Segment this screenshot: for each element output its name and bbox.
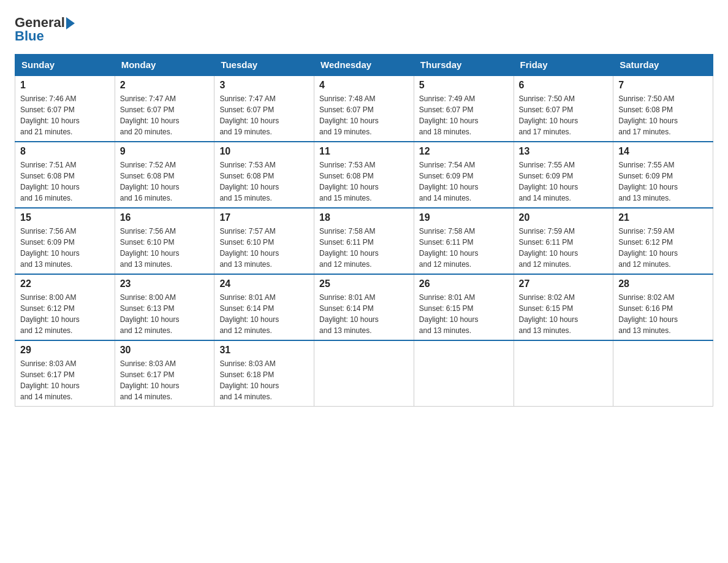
day-info: Sunrise: 8:01 AM Sunset: 6:14 PM Dayligh… (219, 292, 309, 336)
calendar-cell (514, 340, 613, 407)
calendar-cell: 14 Sunrise: 7:55 AM Sunset: 6:09 PM Dayl… (613, 142, 713, 208)
column-header-monday: Monday (115, 55, 214, 76)
week-row-5: 29 Sunrise: 8:03 AM Sunset: 6:17 PM Dayl… (15, 340, 713, 407)
day-info: Sunrise: 8:01 AM Sunset: 6:14 PM Dayligh… (319, 292, 409, 336)
day-info: Sunrise: 7:50 AM Sunset: 6:07 PM Dayligh… (519, 93, 609, 137)
calendar-table: SundayMondayTuesdayWednesdayThursdayFrid… (15, 54, 713, 407)
day-number: 28 (618, 278, 708, 289)
day-number: 25 (319, 278, 409, 289)
day-info: Sunrise: 7:59 AM Sunset: 6:12 PM Dayligh… (618, 226, 708, 270)
day-number: 29 (20, 345, 110, 356)
day-info: Sunrise: 8:03 AM Sunset: 6:17 PM Dayligh… (20, 358, 110, 402)
day-info: Sunrise: 7:55 AM Sunset: 6:09 PM Dayligh… (618, 159, 708, 204)
calendar-cell: 22 Sunrise: 8:00 AM Sunset: 6:12 PM Dayl… (15, 274, 115, 340)
calendar-cell: 29 Sunrise: 8:03 AM Sunset: 6:17 PM Dayl… (15, 340, 115, 407)
day-info: Sunrise: 8:00 AM Sunset: 6:13 PM Dayligh… (120, 292, 210, 336)
calendar-cell: 21 Sunrise: 7:59 AM Sunset: 6:12 PM Dayl… (613, 208, 713, 274)
day-number: 2 (120, 80, 210, 91)
day-number: 7 (618, 80, 708, 91)
day-number: 4 (319, 80, 409, 91)
calendar-cell (613, 340, 713, 407)
week-row-1: 1 Sunrise: 7:46 AM Sunset: 6:07 PM Dayli… (15, 75, 713, 142)
column-header-saturday: Saturday (613, 55, 713, 76)
column-header-tuesday: Tuesday (214, 55, 314, 76)
day-info: Sunrise: 8:02 AM Sunset: 6:16 PM Dayligh… (618, 292, 708, 336)
day-info: Sunrise: 7:48 AM Sunset: 6:07 PM Dayligh… (319, 93, 409, 137)
calendar-cell: 25 Sunrise: 8:01 AM Sunset: 6:14 PM Dayl… (314, 274, 414, 340)
calendar-cell: 31 Sunrise: 8:03 AM Sunset: 6:18 PM Dayl… (214, 340, 314, 407)
day-info: Sunrise: 8:03 AM Sunset: 6:17 PM Dayligh… (120, 358, 210, 402)
calendar-cell: 7 Sunrise: 7:50 AM Sunset: 6:08 PM Dayli… (613, 75, 713, 142)
calendar-cell (414, 340, 514, 407)
day-info: Sunrise: 7:55 AM Sunset: 6:09 PM Dayligh… (519, 159, 609, 204)
day-info: Sunrise: 7:57 AM Sunset: 6:10 PM Dayligh… (219, 226, 309, 270)
day-number: 6 (519, 80, 609, 91)
calendar-cell: 19 Sunrise: 7:58 AM Sunset: 6:11 PM Dayl… (414, 208, 514, 274)
day-info: Sunrise: 8:03 AM Sunset: 6:18 PM Dayligh… (219, 358, 309, 402)
calendar-cell: 11 Sunrise: 7:53 AM Sunset: 6:08 PM Dayl… (314, 142, 414, 208)
day-info: Sunrise: 7:47 AM Sunset: 6:07 PM Dayligh… (120, 93, 210, 137)
day-info: Sunrise: 7:46 AM Sunset: 6:07 PM Dayligh… (20, 93, 110, 137)
calendar-cell: 17 Sunrise: 7:57 AM Sunset: 6:10 PM Dayl… (214, 208, 314, 274)
logo-arrow-icon (66, 17, 75, 29)
calendar-cell: 3 Sunrise: 7:47 AM Sunset: 6:07 PM Dayli… (214, 75, 314, 142)
calendar-cell: 18 Sunrise: 7:58 AM Sunset: 6:11 PM Dayl… (314, 208, 414, 274)
day-number: 1 (20, 80, 110, 91)
day-number: 10 (219, 146, 309, 157)
day-info: Sunrise: 7:58 AM Sunset: 6:11 PM Dayligh… (319, 226, 409, 270)
day-number: 14 (618, 146, 708, 157)
day-info: Sunrise: 7:51 AM Sunset: 6:08 PM Dayligh… (20, 159, 110, 204)
day-number: 22 (20, 278, 110, 289)
calendar-cell: 16 Sunrise: 7:56 AM Sunset: 6:10 PM Dayl… (115, 208, 214, 274)
day-number: 26 (419, 278, 509, 289)
day-info: Sunrise: 8:01 AM Sunset: 6:15 PM Dayligh… (419, 292, 509, 336)
day-number: 9 (120, 146, 210, 157)
column-header-thursday: Thursday (414, 55, 514, 76)
calendar-cell: 10 Sunrise: 7:53 AM Sunset: 6:08 PM Dayl… (214, 142, 314, 208)
calendar-cell: 28 Sunrise: 8:02 AM Sunset: 6:16 PM Dayl… (613, 274, 713, 340)
day-number: 20 (519, 212, 609, 223)
column-header-sunday: Sunday (15, 55, 115, 76)
column-header-friday: Friday (514, 55, 613, 76)
day-number: 27 (519, 278, 609, 289)
day-info: Sunrise: 7:56 AM Sunset: 6:10 PM Dayligh… (120, 226, 210, 270)
day-number: 16 (120, 212, 210, 223)
day-info: Sunrise: 7:53 AM Sunset: 6:08 PM Dayligh… (319, 159, 409, 204)
calendar-cell: 20 Sunrise: 7:59 AM Sunset: 6:11 PM Dayl… (514, 208, 613, 274)
day-number: 3 (219, 80, 309, 91)
calendar-cell: 23 Sunrise: 8:00 AM Sunset: 6:13 PM Dayl… (115, 274, 214, 340)
day-number: 11 (319, 146, 409, 157)
calendar-cell: 8 Sunrise: 7:51 AM Sunset: 6:08 PM Dayli… (15, 142, 115, 208)
calendar-cell: 4 Sunrise: 7:48 AM Sunset: 6:07 PM Dayli… (314, 75, 414, 142)
day-info: Sunrise: 8:00 AM Sunset: 6:12 PM Dayligh… (20, 292, 110, 336)
day-number: 23 (120, 278, 210, 289)
day-info: Sunrise: 7:54 AM Sunset: 6:09 PM Dayligh… (419, 159, 509, 204)
calendar-cell: 9 Sunrise: 7:52 AM Sunset: 6:08 PM Dayli… (115, 142, 214, 208)
day-number: 21 (618, 212, 708, 223)
calendar-cell: 5 Sunrise: 7:49 AM Sunset: 6:07 PM Dayli… (414, 75, 514, 142)
logo: General Blue (15, 15, 75, 44)
day-number: 12 (419, 146, 509, 157)
day-number: 5 (419, 80, 509, 91)
day-number: 18 (319, 212, 409, 223)
day-number: 30 (120, 345, 210, 356)
day-number: 15 (20, 212, 110, 223)
day-number: 24 (219, 278, 309, 289)
day-info: Sunrise: 7:53 AM Sunset: 6:08 PM Dayligh… (219, 159, 309, 204)
page-header: General Blue (15, 15, 713, 44)
calendar-cell: 13 Sunrise: 7:55 AM Sunset: 6:09 PM Dayl… (514, 142, 613, 208)
calendar-cell: 30 Sunrise: 8:03 AM Sunset: 6:17 PM Dayl… (115, 340, 214, 407)
day-number: 31 (219, 345, 309, 356)
calendar-cell (314, 340, 414, 407)
calendar-cell: 15 Sunrise: 7:56 AM Sunset: 6:09 PM Dayl… (15, 208, 115, 274)
calendar-cell: 26 Sunrise: 8:01 AM Sunset: 6:15 PM Dayl… (414, 274, 514, 340)
week-row-2: 8 Sunrise: 7:51 AM Sunset: 6:08 PM Dayli… (15, 142, 713, 208)
day-info: Sunrise: 7:52 AM Sunset: 6:08 PM Dayligh… (120, 159, 210, 204)
calendar-cell: 24 Sunrise: 8:01 AM Sunset: 6:14 PM Dayl… (214, 274, 314, 340)
column-header-wednesday: Wednesday (314, 55, 414, 76)
calendar-cell: 1 Sunrise: 7:46 AM Sunset: 6:07 PM Dayli… (15, 75, 115, 142)
calendar-cell: 12 Sunrise: 7:54 AM Sunset: 6:09 PM Dayl… (414, 142, 514, 208)
calendar-cell: 6 Sunrise: 7:50 AM Sunset: 6:07 PM Dayli… (514, 75, 613, 142)
day-info: Sunrise: 7:58 AM Sunset: 6:11 PM Dayligh… (419, 226, 509, 270)
week-row-3: 15 Sunrise: 7:56 AM Sunset: 6:09 PM Dayl… (15, 208, 713, 274)
